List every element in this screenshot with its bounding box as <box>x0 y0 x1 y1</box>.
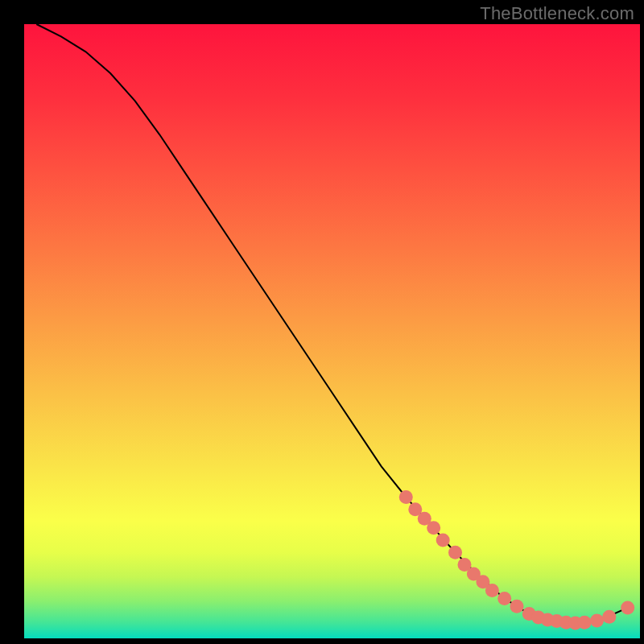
bottleneck-chart <box>0 0 644 644</box>
curve-marker <box>399 490 413 504</box>
curve-marker <box>621 601 634 614</box>
curve-marker <box>590 613 604 627</box>
curve-marker <box>510 600 524 613</box>
curve-marker <box>448 546 462 559</box>
curve-marker <box>602 610 616 624</box>
curve-marker <box>427 521 440 535</box>
curve-marker <box>497 592 511 605</box>
attribution-text: TheBottleneck.com <box>480 3 634 24</box>
curve-marker <box>485 584 499 597</box>
chart-container: TheBottleneck.com <box>0 0 644 644</box>
plot-background <box>24 24 640 638</box>
curve-marker <box>578 616 592 630</box>
curve-marker <box>436 533 450 547</box>
